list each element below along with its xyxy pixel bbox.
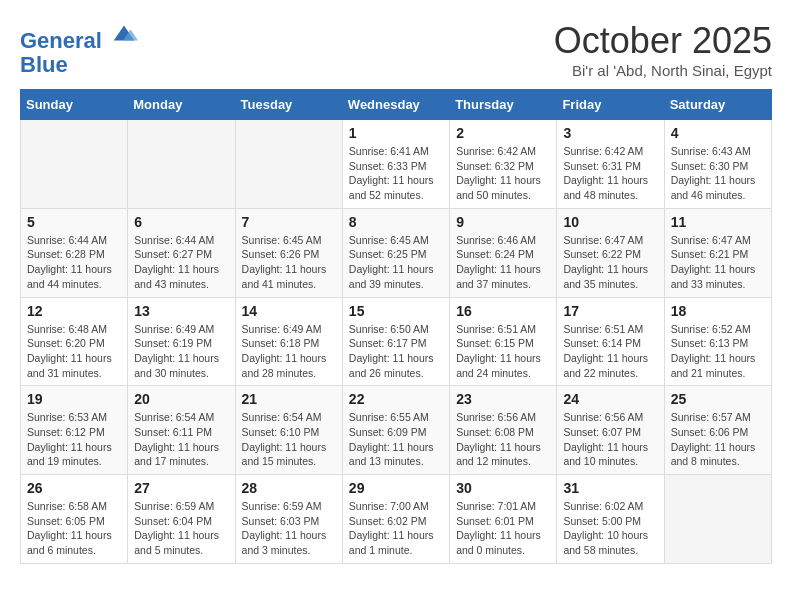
calendar-cell: 22Sunrise: 6:55 AM Sunset: 6:09 PM Dayli… bbox=[342, 386, 449, 475]
day-detail: Sunrise: 6:51 AM Sunset: 6:14 PM Dayligh… bbox=[563, 322, 657, 381]
day-detail: Sunrise: 6:57 AM Sunset: 6:06 PM Dayligh… bbox=[671, 410, 765, 469]
calendar-cell: 20Sunrise: 6:54 AM Sunset: 6:11 PM Dayli… bbox=[128, 386, 235, 475]
calendar-cell: 10Sunrise: 6:47 AM Sunset: 6:22 PM Dayli… bbox=[557, 208, 664, 297]
day-detail: Sunrise: 6:53 AM Sunset: 6:12 PM Dayligh… bbox=[27, 410, 121, 469]
month-title: October 2025 bbox=[554, 20, 772, 62]
day-number: 23 bbox=[456, 391, 550, 407]
day-number: 4 bbox=[671, 125, 765, 141]
calendar-cell: 11Sunrise: 6:47 AM Sunset: 6:21 PM Dayli… bbox=[664, 208, 771, 297]
calendar-cell: 2Sunrise: 6:42 AM Sunset: 6:32 PM Daylig… bbox=[450, 120, 557, 209]
calendar-cell bbox=[21, 120, 128, 209]
day-number: 13 bbox=[134, 303, 228, 319]
day-number: 7 bbox=[242, 214, 336, 230]
weekday-header: Saturday bbox=[664, 90, 771, 120]
day-detail: Sunrise: 6:47 AM Sunset: 6:21 PM Dayligh… bbox=[671, 233, 765, 292]
day-detail: Sunrise: 6:59 AM Sunset: 6:03 PM Dayligh… bbox=[242, 499, 336, 558]
day-detail: Sunrise: 7:01 AM Sunset: 6:01 PM Dayligh… bbox=[456, 499, 550, 558]
day-number: 27 bbox=[134, 480, 228, 496]
calendar-cell: 19Sunrise: 6:53 AM Sunset: 6:12 PM Dayli… bbox=[21, 386, 128, 475]
day-detail: Sunrise: 6:44 AM Sunset: 6:27 PM Dayligh… bbox=[134, 233, 228, 292]
day-detail: Sunrise: 6:49 AM Sunset: 6:18 PM Dayligh… bbox=[242, 322, 336, 381]
day-detail: Sunrise: 6:54 AM Sunset: 6:11 PM Dayligh… bbox=[134, 410, 228, 469]
day-number: 9 bbox=[456, 214, 550, 230]
day-number: 25 bbox=[671, 391, 765, 407]
calendar-cell: 25Sunrise: 6:57 AM Sunset: 6:06 PM Dayli… bbox=[664, 386, 771, 475]
calendar-cell: 6Sunrise: 6:44 AM Sunset: 6:27 PM Daylig… bbox=[128, 208, 235, 297]
day-number: 17 bbox=[563, 303, 657, 319]
day-number: 18 bbox=[671, 303, 765, 319]
day-detail: Sunrise: 6:54 AM Sunset: 6:10 PM Dayligh… bbox=[242, 410, 336, 469]
calendar-cell: 27Sunrise: 6:59 AM Sunset: 6:04 PM Dayli… bbox=[128, 475, 235, 564]
calendar-cell: 9Sunrise: 6:46 AM Sunset: 6:24 PM Daylig… bbox=[450, 208, 557, 297]
calendar-cell: 13Sunrise: 6:49 AM Sunset: 6:19 PM Dayli… bbox=[128, 297, 235, 386]
day-number: 21 bbox=[242, 391, 336, 407]
day-detail: Sunrise: 6:49 AM Sunset: 6:19 PM Dayligh… bbox=[134, 322, 228, 381]
weekday-header: Monday bbox=[128, 90, 235, 120]
calendar-cell: 14Sunrise: 6:49 AM Sunset: 6:18 PM Dayli… bbox=[235, 297, 342, 386]
day-detail: Sunrise: 6:58 AM Sunset: 6:05 PM Dayligh… bbox=[27, 499, 121, 558]
day-number: 1 bbox=[349, 125, 443, 141]
calendar-cell: 17Sunrise: 6:51 AM Sunset: 6:14 PM Dayli… bbox=[557, 297, 664, 386]
title-block: October 2025 Bi'r al 'Abd, North Sinai, … bbox=[554, 20, 772, 79]
day-detail: Sunrise: 6:42 AM Sunset: 6:31 PM Dayligh… bbox=[563, 144, 657, 203]
day-detail: Sunrise: 6:41 AM Sunset: 6:33 PM Dayligh… bbox=[349, 144, 443, 203]
day-number: 6 bbox=[134, 214, 228, 230]
calendar-table: SundayMondayTuesdayWednesdayThursdayFrid… bbox=[20, 89, 772, 564]
calendar-week-row: 5Sunrise: 6:44 AM Sunset: 6:28 PM Daylig… bbox=[21, 208, 772, 297]
day-number: 14 bbox=[242, 303, 336, 319]
calendar-cell: 21Sunrise: 6:54 AM Sunset: 6:10 PM Dayli… bbox=[235, 386, 342, 475]
day-detail: Sunrise: 6:52 AM Sunset: 6:13 PM Dayligh… bbox=[671, 322, 765, 381]
weekday-header: Thursday bbox=[450, 90, 557, 120]
weekday-header: Wednesday bbox=[342, 90, 449, 120]
day-detail: Sunrise: 6:59 AM Sunset: 6:04 PM Dayligh… bbox=[134, 499, 228, 558]
day-detail: Sunrise: 6:56 AM Sunset: 6:08 PM Dayligh… bbox=[456, 410, 550, 469]
day-detail: Sunrise: 6:51 AM Sunset: 6:15 PM Dayligh… bbox=[456, 322, 550, 381]
day-detail: Sunrise: 6:44 AM Sunset: 6:28 PM Dayligh… bbox=[27, 233, 121, 292]
calendar-week-row: 12Sunrise: 6:48 AM Sunset: 6:20 PM Dayli… bbox=[21, 297, 772, 386]
day-detail: Sunrise: 6:02 AM Sunset: 5:00 PM Dayligh… bbox=[563, 499, 657, 558]
day-detail: Sunrise: 6:56 AM Sunset: 6:07 PM Dayligh… bbox=[563, 410, 657, 469]
day-number: 3 bbox=[563, 125, 657, 141]
day-detail: Sunrise: 6:48 AM Sunset: 6:20 PM Dayligh… bbox=[27, 322, 121, 381]
day-detail: Sunrise: 6:55 AM Sunset: 6:09 PM Dayligh… bbox=[349, 410, 443, 469]
calendar-cell: 31Sunrise: 6:02 AM Sunset: 5:00 PM Dayli… bbox=[557, 475, 664, 564]
day-number: 11 bbox=[671, 214, 765, 230]
day-detail: Sunrise: 6:42 AM Sunset: 6:32 PM Dayligh… bbox=[456, 144, 550, 203]
day-number: 8 bbox=[349, 214, 443, 230]
calendar-cell: 12Sunrise: 6:48 AM Sunset: 6:20 PM Dayli… bbox=[21, 297, 128, 386]
day-number: 26 bbox=[27, 480, 121, 496]
day-number: 20 bbox=[134, 391, 228, 407]
calendar-cell: 30Sunrise: 7:01 AM Sunset: 6:01 PM Dayli… bbox=[450, 475, 557, 564]
day-detail: Sunrise: 7:00 AM Sunset: 6:02 PM Dayligh… bbox=[349, 499, 443, 558]
calendar-cell: 15Sunrise: 6:50 AM Sunset: 6:17 PM Dayli… bbox=[342, 297, 449, 386]
day-number: 5 bbox=[27, 214, 121, 230]
calendar-cell: 5Sunrise: 6:44 AM Sunset: 6:28 PM Daylig… bbox=[21, 208, 128, 297]
day-detail: Sunrise: 6:45 AM Sunset: 6:25 PM Dayligh… bbox=[349, 233, 443, 292]
day-number: 16 bbox=[456, 303, 550, 319]
weekday-header: Friday bbox=[557, 90, 664, 120]
day-detail: Sunrise: 6:43 AM Sunset: 6:30 PM Dayligh… bbox=[671, 144, 765, 203]
day-number: 22 bbox=[349, 391, 443, 407]
calendar-cell: 23Sunrise: 6:56 AM Sunset: 6:08 PM Dayli… bbox=[450, 386, 557, 475]
calendar-cell: 3Sunrise: 6:42 AM Sunset: 6:31 PM Daylig… bbox=[557, 120, 664, 209]
calendar-cell: 8Sunrise: 6:45 AM Sunset: 6:25 PM Daylig… bbox=[342, 208, 449, 297]
page-header: General Blue October 2025 Bi'r al 'Abd, … bbox=[20, 20, 772, 79]
location: Bi'r al 'Abd, North Sinai, Egypt bbox=[554, 62, 772, 79]
day-number: 2 bbox=[456, 125, 550, 141]
calendar-cell: 28Sunrise: 6:59 AM Sunset: 6:03 PM Dayli… bbox=[235, 475, 342, 564]
day-number: 31 bbox=[563, 480, 657, 496]
calendar-cell bbox=[128, 120, 235, 209]
day-number: 10 bbox=[563, 214, 657, 230]
day-number: 12 bbox=[27, 303, 121, 319]
calendar-cell bbox=[664, 475, 771, 564]
calendar-cell: 1Sunrise: 6:41 AM Sunset: 6:33 PM Daylig… bbox=[342, 120, 449, 209]
calendar-cell: 29Sunrise: 7:00 AM Sunset: 6:02 PM Dayli… bbox=[342, 475, 449, 564]
calendar-cell: 4Sunrise: 6:43 AM Sunset: 6:30 PM Daylig… bbox=[664, 120, 771, 209]
calendar-cell bbox=[235, 120, 342, 209]
day-detail: Sunrise: 6:50 AM Sunset: 6:17 PM Dayligh… bbox=[349, 322, 443, 381]
calendar-cell: 7Sunrise: 6:45 AM Sunset: 6:26 PM Daylig… bbox=[235, 208, 342, 297]
logo-text: General bbox=[20, 20, 138, 53]
logo-icon bbox=[110, 20, 138, 48]
day-number: 15 bbox=[349, 303, 443, 319]
day-number: 28 bbox=[242, 480, 336, 496]
